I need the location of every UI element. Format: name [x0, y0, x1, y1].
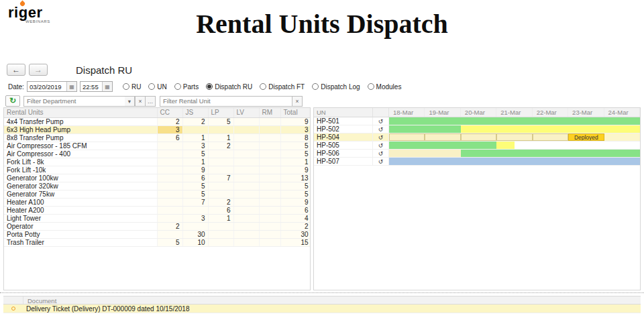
history-icon[interactable]: ↺: [373, 133, 389, 141]
rental-row[interactable]: Generator 320kw55: [4, 182, 311, 190]
radio-ru-input[interactable]: [123, 83, 129, 90]
rental-row[interactable]: Generator 100kw6713: [4, 174, 311, 182]
gantt-bar[interactable]: [496, 133, 532, 141]
radio-modules[interactable]: Modules: [368, 83, 402, 91]
back-button[interactable]: ←: [7, 64, 25, 76]
history-icon[interactable]: ↺: [373, 125, 389, 133]
radio-parts-input[interactable]: [174, 83, 181, 90]
gantt-bar[interactable]: [461, 150, 640, 157]
rental-lv-cell: [233, 133, 259, 142]
rental-name-cell: Porta Potty: [4, 230, 157, 238]
rental-rm-cell: [259, 198, 280, 206]
rental-js-cell: 5: [182, 150, 208, 158]
rental-name-cell: 4x4 Transfer Pump: [4, 117, 157, 125]
gantt-bar[interactable]: [389, 142, 496, 149]
radio-ru[interactable]: RU: [123, 83, 141, 91]
status-ring-icon: [11, 307, 15, 311]
radio-dispatch-ru[interactable]: Dispatch RU: [206, 83, 252, 91]
gantt-row[interactable]: HP-504↺Deployed: [314, 133, 640, 142]
radio-dispatch-log[interactable]: Dispatch Log: [312, 83, 360, 91]
history-icon[interactable]: ↺: [373, 150, 389, 157]
radio-dispatch-ft-input[interactable]: [260, 83, 266, 90]
rental-row[interactable]: Heater A100729: [4, 198, 311, 206]
col-header-rental-units[interactable]: Rental Units: [4, 108, 157, 117]
rental-row[interactable]: Light Tower314: [4, 214, 311, 222]
radio-un-input[interactable]: [148, 83, 155, 90]
rental-lv-cell: [233, 142, 259, 150]
history-icon[interactable]: ↺: [373, 158, 389, 165]
gantt-bar[interactable]: [461, 125, 640, 133]
radio-dispatch-ru-input[interactable]: [206, 83, 213, 90]
gantt-bar[interactable]: [389, 150, 461, 157]
radio-modules-input[interactable]: [368, 83, 374, 90]
radio-parts[interactable]: Parts: [174, 83, 199, 91]
time-input[interactable]: [80, 82, 102, 91]
gantt-day-header: 18-Mar: [389, 108, 425, 117]
rental-row[interactable]: Trash Trailer51015: [4, 238, 311, 246]
clear-rental-unit-icon[interactable]: ×: [292, 96, 303, 107]
radio-label: Dispatch Log: [321, 83, 360, 91]
choose-department-icon[interactable]: …: [146, 96, 156, 107]
col-header-rm[interactable]: RM: [259, 108, 280, 117]
col-header-cc[interactable]: CC: [157, 108, 182, 117]
col-header-un[interactable]: UN: [314, 108, 373, 117]
rental-name-cell: Light Tower: [4, 214, 157, 222]
col-header-js[interactable]: JS: [182, 108, 208, 117]
gantt-bar[interactable]: [461, 133, 496, 141]
gantt-row[interactable]: HP-507↺: [314, 158, 640, 166]
col-header-total[interactable]: Total: [280, 108, 311, 117]
gantt-bar[interactable]: [425, 133, 460, 141]
document-column-header[interactable]: Document: [23, 296, 56, 304]
calendar-icon[interactable]: ▦: [102, 82, 112, 91]
rental-row[interactable]: Air Compressor - 40055: [4, 150, 311, 158]
clear-department-icon[interactable]: ×: [136, 96, 146, 107]
rental-unit-filter-input[interactable]: [160, 97, 292, 106]
rental-row[interactable]: 4x4 Transfer Pump2259: [4, 117, 311, 125]
gantt-timeline: [389, 158, 640, 165]
refresh-icon[interactable]: ↻: [5, 95, 20, 107]
rental-row[interactable]: Fork Lift -10k99: [4, 166, 311, 174]
gantt-bar[interactable]: [389, 117, 640, 125]
gantt-bar[interactable]: [389, 133, 425, 141]
calendar-icon[interactable]: ▦: [66, 82, 76, 91]
gantt-row[interactable]: HP-505↺: [314, 142, 640, 150]
forward-button[interactable]: →: [29, 64, 48, 76]
radio-dispatch-log-input[interactable]: [312, 83, 319, 90]
rental-js-cell: 1: [182, 158, 208, 166]
gantt-day-header: 21-Mar: [496, 108, 532, 117]
document-header-row: Document: [3, 296, 641, 305]
document-row[interactable]: Delivery Ticket (Delivery) DT-000009 dat…: [3, 305, 641, 313]
rental-row[interactable]: 8x8 Transfer Pump6118: [4, 133, 311, 142]
gantt-bar-deployed[interactable]: Deployed: [568, 133, 604, 141]
department-filter-input[interactable]: [24, 97, 125, 106]
col-header-lv[interactable]: LV: [233, 108, 259, 117]
gantt-bar[interactable]: [533, 133, 568, 141]
gantt-row[interactable]: HP-502↺: [314, 125, 640, 133]
rental-total-cell: 5: [280, 142, 311, 150]
chevron-down-icon[interactable]: ▾: [125, 96, 135, 107]
rental-row[interactable]: Air Compressor - 185 CFM325: [4, 142, 311, 150]
radio-un[interactable]: UN: [148, 83, 166, 91]
rental-table-body: 4x4 Transfer Pump22596x3 High Head Pump3…: [4, 117, 311, 246]
history-icon[interactable]: ↺: [373, 142, 389, 149]
rental-js-cell: [182, 222, 208, 230]
rental-cc-cell: 6: [157, 133, 182, 142]
rental-lv-cell: [233, 214, 259, 222]
rental-row[interactable]: Heater A20066: [4, 206, 311, 214]
gantt-row[interactable]: HP-501↺: [314, 117, 640, 125]
history-icon[interactable]: ↺: [373, 117, 389, 125]
gantt-bar[interactable]: [496, 142, 515, 149]
rental-rm-cell: [259, 182, 280, 190]
panel-splitter[interactable]: [0, 292, 644, 293]
rental-row[interactable]: Porta Potty3030: [4, 230, 311, 238]
rental-row[interactable]: Operator22: [4, 222, 311, 230]
rental-row[interactable]: 6x3 High Head Pump33: [4, 125, 311, 133]
col-header-lp[interactable]: LP: [208, 108, 233, 117]
gantt-bar[interactable]: [389, 158, 640, 165]
date-input[interactable]: [28, 82, 66, 91]
gantt-bar[interactable]: [389, 125, 461, 133]
gantt-row[interactable]: HP-506↺: [314, 150, 640, 158]
radio-dispatch-ft[interactable]: Dispatch FT: [260, 83, 305, 91]
rental-row[interactable]: Generator 75kw55: [4, 190, 311, 198]
rental-row[interactable]: Fork Lift - 8k11: [4, 158, 311, 166]
